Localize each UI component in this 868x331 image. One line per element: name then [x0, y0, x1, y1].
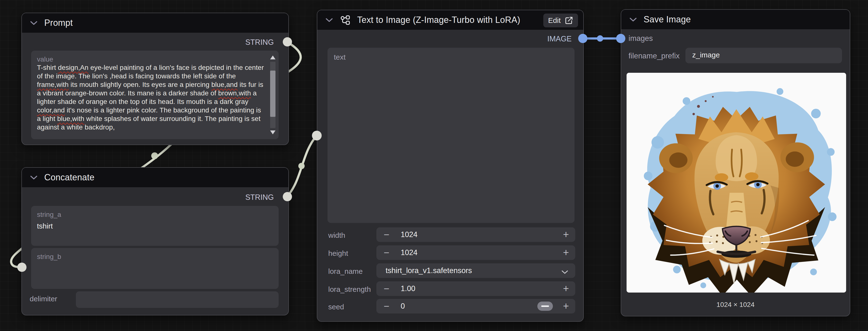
widget-value[interactable]: 1024 — [401, 248, 417, 257]
collapse-chevron-icon[interactable] — [629, 17, 637, 22]
increment-icon[interactable]: + — [563, 283, 569, 294]
height-number-widget[interactable]: − 1024 + — [376, 245, 575, 260]
scroll-down-arrow-icon[interactable] — [270, 131, 276, 134]
text-textarea[interactable]: text — [328, 48, 575, 223]
subgraph-icon — [340, 15, 350, 25]
output-slot-label-string: STRING — [245, 193, 274, 202]
string-b-textarea[interactable]: string_b — [31, 248, 279, 289]
filename-prefix-value[interactable]: z_image — [692, 51, 720, 59]
textarea-scrollbar[interactable] — [269, 54, 276, 136]
textarea-label: string_b — [37, 253, 273, 261]
collapse-chevron-icon[interactable] — [30, 175, 37, 180]
widget-value[interactable]: tshirt_lora_v1.safetensors — [385, 266, 472, 275]
port-text2image-text-input[interactable] — [312, 131, 322, 140]
chevron-down-icon[interactable] — [562, 266, 568, 276]
prompt-text[interactable]: T-shirt design,An eye-level painting of … — [37, 63, 265, 132]
external-link-icon — [564, 16, 573, 25]
port-concatenate-string-output[interactable] — [283, 192, 292, 201]
image-dimensions-caption: 1024 × 1024 — [621, 301, 850, 309]
widget-label: lora_name — [328, 267, 363, 276]
string-a-textarea[interactable]: string_a tshirt — [31, 206, 279, 246]
decrement-icon[interactable]: − — [384, 301, 389, 311]
wire-midpoint-dot[interactable] — [597, 35, 603, 42]
filename-prefix-input[interactable]: z_image — [685, 48, 842, 63]
collapse-chevron-icon[interactable] — [326, 18, 333, 22]
textarea-label: value — [37, 55, 265, 63]
lora-name-combo-widget[interactable]: tshirt_lora_v1.safetensors — [376, 263, 575, 278]
decrement-icon[interactable]: − — [384, 284, 389, 294]
node-concatenate-header[interactable]: Concatenate — [22, 168, 288, 187]
node-concatenate[interactable]: Concatenate STRING string_a tshirt strin… — [21, 167, 289, 315]
increment-icon[interactable]: + — [563, 248, 569, 258]
node-title: Prompt — [44, 18, 73, 28]
wire-midpoint-dot[interactable] — [298, 163, 305, 169]
node-prompt-header[interactable]: Prompt — [22, 13, 288, 33]
node-text-to-image-header[interactable]: Text to Image (Z-Image-Turbo with LoRA) … — [317, 10, 583, 30]
widget-label: width — [328, 231, 345, 240]
node-save-image[interactable]: Save Image images filename_prefix z_imag… — [621, 9, 850, 316]
scrollbar-thumb[interactable] — [270, 71, 276, 117]
port-save-image-images-input[interactable] — [616, 34, 625, 43]
wire-midpoint-dot[interactable] — [151, 153, 158, 159]
width-number-widget[interactable]: − 1024 + — [376, 227, 575, 242]
widget-value[interactable]: 1024 — [401, 230, 417, 239]
minus-icon — [541, 305, 549, 307]
delimiter-label: delimiter — [30, 295, 57, 303]
widget-value[interactable]: 1.00 — [401, 284, 415, 293]
widget-label: height — [328, 249, 348, 257]
node-text-to-image[interactable]: Text to Image (Z-Image-Turbo with LoRA) … — [317, 10, 584, 322]
node-title: Text to Image (Z-Image-Turbo with LoRA) — [357, 15, 520, 25]
port-concatenate-string-b-input[interactable] — [17, 263, 27, 272]
scroll-up-arrow-icon[interactable] — [270, 55, 276, 59]
edit-button-label: Edit — [548, 16, 561, 25]
lion-image — [626, 73, 846, 293]
node-title: Concatenate — [44, 172, 94, 183]
decrement-icon[interactable]: − — [384, 230, 389, 240]
increment-icon[interactable]: + — [563, 229, 569, 240]
prompt-value-textarea[interactable]: value T-shirt design,An eye-level painti… — [31, 51, 279, 139]
node-prompt[interactable]: Prompt STRING value T-shirt design,An ey… — [21, 13, 289, 145]
port-text2image-image-output[interactable] — [578, 34, 587, 43]
delimiter-input[interactable] — [76, 291, 279, 308]
node-graph-canvas[interactable]: Prompt STRING value T-shirt design,An ey… — [0, 0, 868, 331]
node-save-image-header[interactable]: Save Image — [621, 10, 850, 29]
lora-strength-number-widget[interactable]: − 1.00 + — [376, 281, 575, 296]
port-prompt-string-output[interactable] — [283, 37, 292, 47]
widget-value[interactable]: 0 — [401, 302, 405, 310]
increment-icon[interactable]: + — [563, 301, 569, 311]
textarea-label: text — [334, 53, 568, 61]
decrement-icon[interactable]: − — [384, 248, 389, 257]
collapse-chevron-icon[interactable] — [30, 21, 37, 25]
widget-label: lora_strength — [328, 285, 371, 294]
edit-subgraph-button[interactable]: Edit — [544, 13, 578, 27]
widget-label: seed — [328, 303, 344, 311]
input-slot-label-images: images — [628, 34, 653, 43]
generated-image-preview[interactable] — [626, 73, 846, 293]
output-slot-label-image: IMAGE — [547, 34, 571, 43]
textarea-label: string_a — [37, 211, 273, 219]
string-a-value[interactable]: tshirt — [37, 222, 273, 230]
output-slot-label-string: STRING — [245, 38, 274, 47]
node-title: Save Image — [644, 15, 691, 25]
filename-prefix-label: filename_prefix — [628, 52, 680, 60]
seed-number-widget[interactable]: − 0 + — [376, 299, 575, 313]
seed-decrement-button[interactable] — [537, 302, 553, 311]
